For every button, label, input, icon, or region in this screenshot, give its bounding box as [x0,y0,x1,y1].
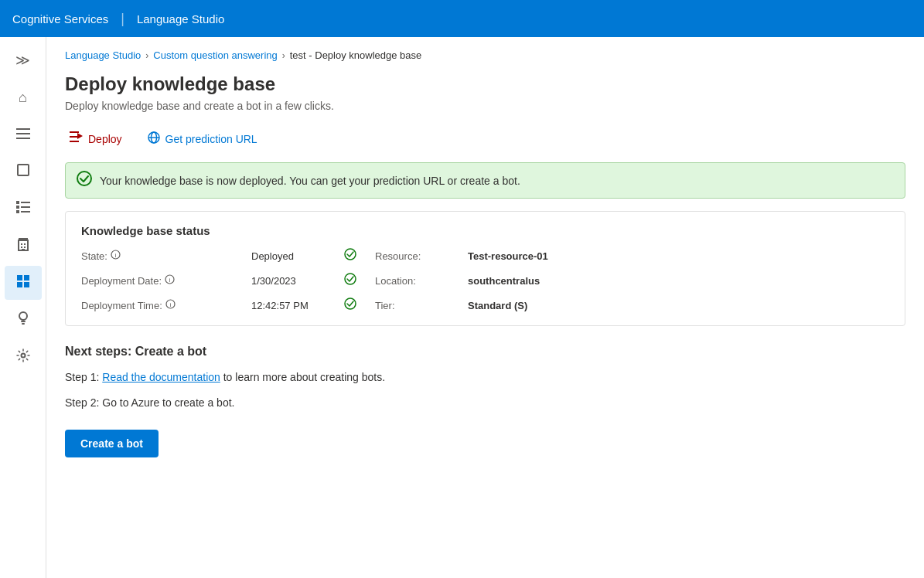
svg-rect-1 [16,133,30,134]
read-documentation-link[interactable]: Read the documentation [102,371,220,383]
tier-value: Standard (S) [468,300,889,311]
sidebar-item-menu[interactable] [5,117,42,151]
sidebar-item-home[interactable]: ⌂ [5,80,42,114]
step2-text: Step 2: Go to Azure to create a bot. [65,395,905,411]
deployment-date-info-icon[interactable]: i [165,274,175,287]
deployment-time-label: Deployment Time: i [81,299,251,311]
tier-label: Tier: [375,300,468,311]
deployment-date-label: Deployment Date: i [81,274,251,287]
breadcrumb-custom-qa[interactable]: Custom question answering [153,49,277,61]
sidebar-item-deploy[interactable] [5,266,42,300]
expand-icon: ≫ [15,52,30,69]
svg-marker-26 [77,133,83,139]
svg-rect-25 [70,136,77,138]
deploy-icon [16,274,30,292]
page-subtitle: Deploy knowledge base and create a bot i… [65,100,905,112]
get-prediction-url-label: Get prediction URL [165,133,257,145]
svg-point-38 [345,274,356,284]
bulb-icon [16,311,30,330]
sidebar-item-list[interactable] [5,192,42,226]
list-icon [16,201,30,217]
deployment-time-info-icon[interactable]: i [165,299,176,311]
location-label: Location: [375,275,468,287]
svg-point-32 [77,172,91,185]
topbar-divider: | [121,11,124,27]
deployment-time-value: 12:42:57 PM [251,300,344,311]
svg-rect-9 [21,211,30,212]
box-icon [16,163,30,181]
main-content: Language Studio › Custom question answer… [46,37,924,578]
svg-rect-15 [22,249,25,250]
sidebar-item-settings[interactable] [5,340,42,374]
svg-rect-19 [17,282,22,287]
svg-rect-6 [16,206,19,209]
deployment-time-check [344,298,375,313]
svg-rect-3 [18,165,29,175]
svg-rect-17 [17,275,22,280]
sidebar: ≫ ⌂ [0,37,46,578]
success-message: Your knowledge base is now deployed. You… [100,175,520,187]
brand-title: Cognitive Services [12,12,108,26]
breadcrumb-sep-1: › [145,50,148,61]
building-icon [16,237,30,255]
deploy-btn-icon [70,131,84,146]
page-title: Deploy knowledge base [65,73,905,95]
next-steps-title: Next steps: Create a bot [65,345,905,359]
svg-point-41 [345,298,356,309]
settings-icon [16,348,30,366]
globe-icon [147,131,161,147]
state-info-icon[interactable]: i [111,250,121,262]
sidebar-item-bulb[interactable] [5,303,42,337]
status-box-title: Knowledge base status [81,224,889,237]
deploy-button[interactable]: Deploy [65,128,127,149]
state-check [344,248,375,264]
svg-point-21 [19,312,27,320]
breadcrumb-language-studio[interactable]: Language Studio [65,49,141,61]
svg-rect-28 [70,141,79,142]
svg-rect-5 [21,202,30,203]
svg-text:i: i [169,277,171,284]
svg-rect-27 [70,131,79,133]
resource-label: Resource: [375,250,468,262]
deployment-date-value: 1/30/2023 [251,275,344,287]
svg-rect-16 [19,238,28,240]
get-prediction-url-button[interactable]: Get prediction URL [142,128,262,150]
main-layout: ≫ ⌂ [0,37,924,578]
success-icon [77,171,92,190]
svg-rect-7 [21,206,30,208]
breadcrumb-sep-2: › [282,50,285,61]
home-icon: ⌂ [19,90,27,106]
svg-rect-23 [22,323,25,325]
svg-rect-12 [24,243,26,245]
svg-point-24 [21,353,25,357]
svg-rect-4 [16,201,19,204]
state-value: Deployed [251,250,344,262]
svg-rect-13 [21,246,22,248]
sidebar-item-building[interactable] [5,229,42,263]
deploy-btn-label: Deploy [88,133,122,145]
topbar: Cognitive Services | Language Studio [0,0,924,37]
svg-rect-18 [24,275,29,280]
resource-value: Test-resource-01 [468,250,889,262]
svg-rect-8 [16,210,19,213]
svg-rect-2 [16,138,30,139]
svg-rect-14 [24,246,26,248]
breadcrumb: Language Studio › Custom question answer… [65,49,905,61]
step1-prefix: Step 1: [65,371,102,383]
sidebar-item-expand[interactable]: ≫ [5,43,42,77]
state-label: State: i [81,250,251,262]
sidebar-item-box[interactable] [5,155,42,189]
menu-icon [16,127,30,143]
create-bot-button[interactable]: Create a bot [65,430,159,457]
svg-point-35 [345,249,356,260]
success-banner: Your knowledge base is now deployed. You… [65,162,905,199]
status-box: Knowledge base status State: i Deployed … [65,211,905,326]
breadcrumb-current: test - Deploy knowledge base [290,49,422,61]
step1-suffix: to learn more about creating bots. [220,371,385,383]
topbar-subtitle: Language Studio [137,12,224,26]
action-row: Deploy Get prediction URL [65,128,905,150]
svg-rect-11 [21,243,22,245]
location-value: southcentralus [468,275,889,287]
svg-rect-0 [16,128,30,130]
svg-text:i: i [115,252,117,259]
